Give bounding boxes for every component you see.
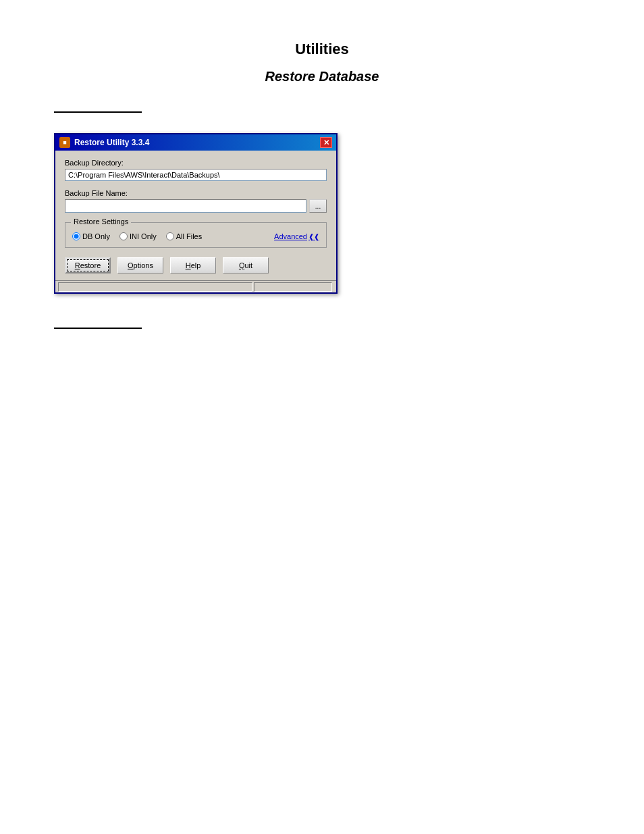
close-button[interactable]: ✕ <box>320 137 332 148</box>
dialog-window: ■ Restore Utility 3.3.4 ✕ Backup Directo… <box>54 133 338 294</box>
statusbar-panel-left <box>58 282 252 292</box>
divider-top <box>54 111 142 113</box>
divider-bottom <box>54 328 142 329</box>
radio-ini-only[interactable]: INI Only <box>119 232 157 240</box>
backup-filename-label: Backup File Name: <box>65 189 327 197</box>
radio-all-files[interactable]: All Files <box>166 232 203 240</box>
app-icon: ■ <box>59 137 70 148</box>
advanced-chevron-icon: ❰❰ <box>308 233 319 240</box>
backup-directory-label: Backup Directory: <box>65 159 327 167</box>
advanced-link[interactable]: Advanced ❰❰ <box>274 232 319 240</box>
statusbar <box>55 280 336 292</box>
restore-settings-groupbox: Restore Settings DB Only INI Only All Fi… <box>65 222 327 248</box>
restore-button[interactable]: Restore <box>65 257 111 273</box>
statusbar-panel-right <box>254 282 332 292</box>
options-button[interactable]: Options <box>117 257 163 273</box>
titlebar-text: Restore Utility 3.3.4 <box>74 138 149 147</box>
page-title: Utilities <box>54 41 590 58</box>
page-subtitle: Restore Database <box>54 69 590 84</box>
backup-filename-input[interactable] <box>65 199 306 213</box>
restore-settings-legend: Restore Settings <box>71 217 131 226</box>
radio-db-only[interactable]: DB Only <box>72 232 110 240</box>
help-button[interactable]: Help <box>170 257 216 273</box>
browse-button[interactable]: ... <box>309 199 327 213</box>
titlebar: ■ Restore Utility 3.3.4 ✕ <box>55 134 336 151</box>
button-row: Restore Options Help Quit <box>65 257 327 273</box>
window-body: Backup Directory: C:\Program Files\AWS\I… <box>55 151 336 280</box>
window: ■ Restore Utility 3.3.4 ✕ Backup Directo… <box>54 133 338 294</box>
quit-button[interactable]: Quit <box>223 257 269 273</box>
backup-directory-value: C:\Program Files\AWS\Interact\Data\Backu… <box>65 169 327 181</box>
